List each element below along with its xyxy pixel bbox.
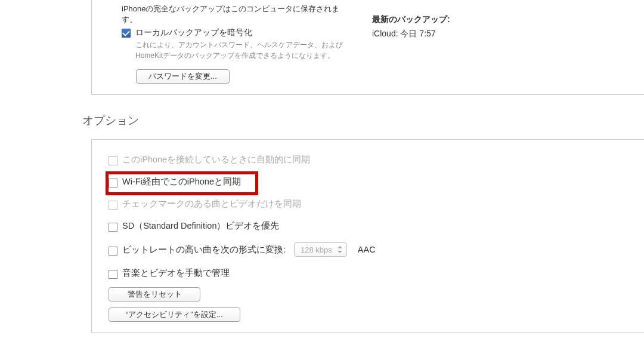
backup-description: iPhoneの完全なバックアップはこのコンピュータに保存されます。 (122, 4, 348, 25)
bitrate-checkbox[interactable] (109, 247, 117, 256)
checked-only-checkbox (109, 201, 117, 210)
backup-panel: iPhoneの完全なバックアップはこのコンピュータに保存されます。 ローカルバッ… (91, 0, 644, 95)
bitrate-dropdown[interactable]: 128 kbps (294, 242, 347, 257)
change-password-button[interactable]: パスワードを変更... (136, 69, 230, 84)
manual-manage-option: 音楽とビデオを手動で管理 (109, 265, 644, 281)
bitrate-label: ビットレートの高い曲を次の形式に変換: (122, 244, 286, 256)
backup-left-column: iPhoneの完全なバックアップはこのコンピュータに保存されます。 ローカルバッ… (92, 4, 348, 84)
encrypt-backup-row: ローカルバックアップを暗号化 これにより、アカウントパスワード、ヘルスケアデータ… (122, 27, 348, 61)
latest-backup-value: iCloud: 今日 7:57 (372, 29, 450, 39)
backup-content-row: iPhoneの完全なバックアップはこのコンピュータに保存されます。 ローカルバッ… (92, 0, 644, 84)
sd-pref-option: SD（Standard Definition）ビデオを優先 (109, 218, 644, 234)
options-section-title: オプション (82, 113, 644, 128)
wifi-sync-checkbox[interactable] (109, 179, 117, 187)
encrypt-text-block: ローカルバックアップを暗号化 これにより、アカウントパスワード、ヘルスケアデータ… (135, 27, 348, 61)
encrypt-backup-checkbox[interactable] (122, 29, 131, 38)
manual-manage-label: 音楽とビデオを手動で管理 (122, 267, 230, 279)
options-buttons: 警告をリセット “アクセシビリティ”を設定... (92, 287, 644, 322)
bitrate-dropdown-value: 128 kbps (301, 245, 332, 254)
checked-only-label: チェックマークのある曲とビデオだけを同期 (122, 198, 301, 210)
bitrate-codec: AAC (358, 245, 376, 254)
options-list: このiPhoneを接続しているときに自動的に同期 Wi-Fi経由でこのiPhon… (92, 140, 644, 281)
encrypt-backup-description: これにより、アカウントパスワード、ヘルスケアデータ、およびHomeKitデータの… (135, 39, 348, 61)
wifi-sync-label: Wi-Fi経由でこのiPhoneと同期 (122, 176, 241, 187)
manual-manage-checkbox[interactable] (109, 270, 117, 279)
auto-sync-option: このiPhoneを接続しているときに自動的に同期 (109, 152, 644, 168)
reset-warnings-button[interactable]: 警告をリセット (109, 287, 200, 302)
accessibility-settings-button[interactable]: “アクセシビリティ”を設定... (109, 307, 240, 322)
options-panel: このiPhoneを接続しているときに自動的に同期 Wi-Fi経由でこのiPhon… (91, 139, 644, 333)
latest-backup-title: 最新のバックアップ: (372, 14, 450, 25)
encrypt-backup-label: ローカルバックアップを暗号化 (135, 27, 348, 38)
auto-sync-label: このiPhoneを接続しているときに自動的に同期 (122, 154, 310, 165)
wifi-sync-option: Wi-Fi経由でこのiPhoneと同期 (109, 174, 644, 190)
checked-only-option: チェックマークのある曲とビデオだけを同期 (109, 196, 644, 212)
backup-right-column: 最新のバックアップ: iCloud: 今日 7:57 (372, 4, 450, 84)
updown-icon (338, 245, 342, 254)
auto-sync-checkbox (109, 156, 117, 165)
sd-pref-label: SD（Standard Definition）ビデオを優先 (122, 220, 279, 232)
bitrate-option: ビットレートの高い曲を次の形式に変換: 128 kbps AAC (109, 240, 644, 259)
sd-pref-checkbox[interactable] (109, 223, 117, 232)
